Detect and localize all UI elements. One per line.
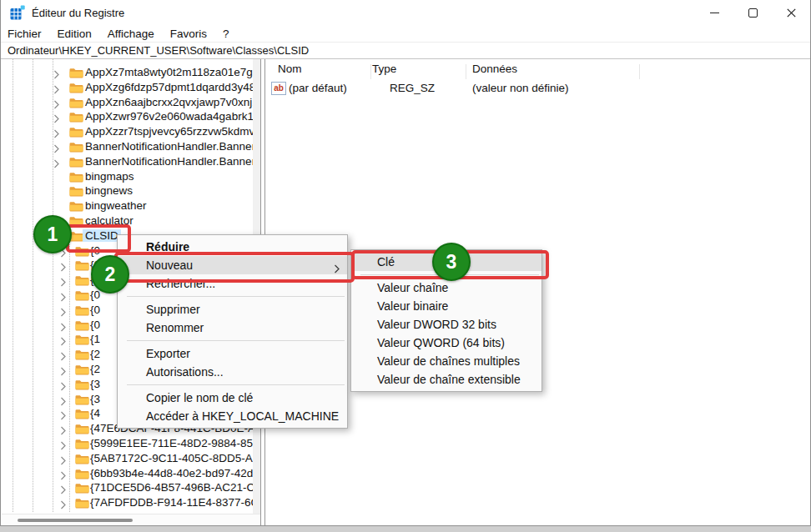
annotation-badge-3: 3 <box>432 243 471 281</box>
menu-separator <box>127 384 345 385</box>
annotation-box-nouveau <box>114 252 355 283</box>
value-type: REG_SZ <box>390 82 435 94</box>
submenu-item-valeur-binaire[interactable]: Valeur binaire <box>351 297 542 315</box>
menu-item-copier-nom[interactable]: Copier le nom de clé <box>118 389 347 407</box>
tree-item[interactable]: bingmaps <box>2 169 253 184</box>
menu-aide[interactable]: ? <box>223 28 237 40</box>
window-title: Éditeur du Registre <box>32 7 124 19</box>
desktop-edge <box>0 526 811 532</box>
submenu-item-valeur-chaine-extensible[interactable]: Valeur de chaîne extensible <box>351 370 542 389</box>
title-bar: Éditeur du Registre <box>1 0 810 25</box>
menu-item-autorisations[interactable]: Autorisations... <box>118 363 347 381</box>
menu-separator <box>127 296 345 297</box>
column-header-donnees[interactable]: Données <box>472 63 517 75</box>
maximize-button[interactable] <box>733 0 772 25</box>
tree-item[interactable]: AppXzzr7tspjvevcy65rzzvw5kdmv270 <box>2 124 253 139</box>
column-header-type[interactable]: Type <box>372 63 396 75</box>
tree-item[interactable]: bingnews <box>2 183 253 198</box>
annotation-box-clsid <box>66 224 131 253</box>
menu-separator <box>127 340 345 341</box>
menu-item-acceder-hklm[interactable]: Accéder à HKEY_LOCAL_MACHINE <box>118 407 347 425</box>
menu-item-renommer[interactable]: Renommer <box>118 319 347 337</box>
list-header: Nom Type Données <box>265 63 810 79</box>
value-name: (par défaut) <box>289 82 347 94</box>
close-button[interactable] <box>772 0 810 25</box>
annotation-badge-1: 1 <box>33 215 72 253</box>
menu-fichier[interactable]: Fichier <box>8 28 49 40</box>
submenu-item-valeur-chaine[interactable]: Valeur chaîne <box>351 279 542 297</box>
tree-item[interactable]: {5999E1EE-711E-48D2-9884-851A7 <box>2 436 253 451</box>
column-separator[interactable] <box>370 64 371 79</box>
tree-item[interactable]: BannerNotificationHandler.BannerN <box>2 139 253 154</box>
tree-item[interactable]: {5AB7172C-9C11-405C-8DD5-AF2 <box>2 451 253 466</box>
submenu-item-valeur-chaines-multiples[interactable]: Valeur de chaînes multiples <box>351 352 542 370</box>
column-header-nom[interactable]: Nom <box>278 63 302 75</box>
minimize-icon <box>710 13 719 13</box>
tree-item[interactable]: bingweather <box>2 198 253 213</box>
submenu-item-valeur-dword[interactable]: Valeur DWORD 32 bits <box>351 315 542 334</box>
screenshot: Éditeur du Registre Fichier Edition Affi… <box>0 0 811 532</box>
string-value-icon: ab <box>271 82 286 95</box>
menu-favoris[interactable]: Favoris <box>170 28 214 40</box>
address-bar[interactable]: Ordinateur\HKEY_CURRENT_USER\Software\Cl… <box>1 43 810 59</box>
scrollbar-thumb[interactable] <box>18 519 133 522</box>
tree-item[interactable]: AppXzg6fdzp57dpmt1dqardd3y48kk <box>2 80 253 95</box>
column-separator[interactable] <box>466 64 466 79</box>
close-icon <box>787 8 796 18</box>
menu-affichage[interactable]: Affichage <box>108 28 162 40</box>
column-separator[interactable] <box>639 64 640 79</box>
menu-bar: Fichier Edition Affichage Favoris ? <box>1 25 810 43</box>
value-row-default[interactable]: ab (par défaut) REG_SZ (valeur non défin… <box>265 82 810 97</box>
tree-horizontal-scrollbar[interactable] <box>2 514 260 525</box>
submenu-item-valeur-qword[interactable]: Valeur QWORD (64 bits) <box>351 334 542 352</box>
minimize-button[interactable] <box>695 0 733 25</box>
tree-item[interactable]: {7AFDFDDB-F914-11E4-8377-6C3 <box>2 495 253 510</box>
menu-item-exporter[interactable]: Exporter <box>118 344 347 363</box>
tree-item[interactable]: AppXzn6aajbcrxx2qvxjawp7v0xnj1zc <box>2 95 253 110</box>
tree-item[interactable]: AppXz7mta8wty0t2m118za01e7gxdz <box>2 65 253 80</box>
tree-item[interactable]: {6bb93b4e-44d8-40e2-bd97-42db <box>2 466 253 481</box>
tree-item[interactable]: BannerNotificationHandler.BannerN <box>2 154 253 169</box>
tree-item[interactable]: AppXzwr976v2e060wada4gabrk1x69 <box>2 109 253 124</box>
registry-editor-window: Éditeur du Registre Fichier Edition Affi… <box>0 0 811 526</box>
value-data: (valeur non définie) <box>472 82 569 94</box>
menu-item-supprimer[interactable]: Supprimer <box>118 300 347 319</box>
menu-edition[interactable]: Edition <box>58 28 99 40</box>
registry-icon <box>10 5 25 20</box>
maximize-icon <box>748 8 758 18</box>
tree-item[interactable]: {71DCE5D6-4B57-496B-AC21-CD5 <box>2 480 253 495</box>
annotation-badge-2: 2 <box>91 255 129 294</box>
